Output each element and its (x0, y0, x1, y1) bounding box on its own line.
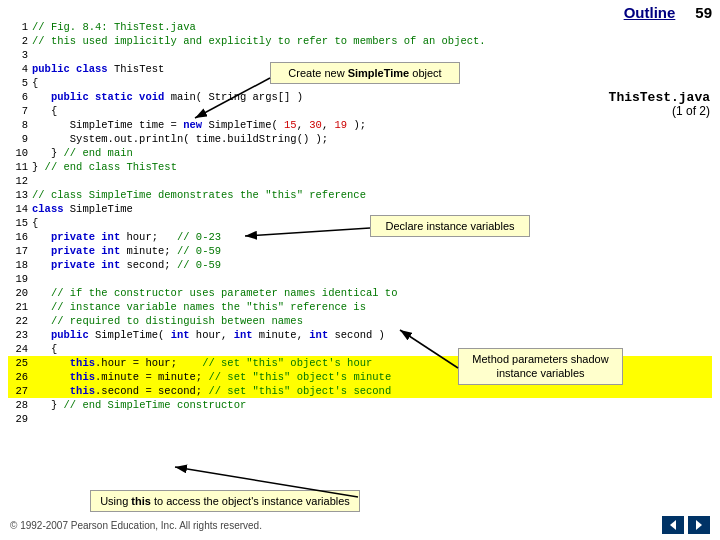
code-line-7: 7 { (8, 104, 712, 118)
code-line-12: 12 (8, 174, 712, 188)
code-line-18: 18 private int second; // 0-59 (8, 258, 712, 272)
code-line-8: 8 SimpleTime time = new SimpleTime( 15, … (8, 118, 712, 132)
code-line-13: 13 // class SimpleTime demonstrates the … (8, 188, 712, 202)
header: Outline 59 (624, 4, 712, 21)
code-line-14: 14 class SimpleTime (8, 202, 712, 216)
callout-shadow-vars: Method parameters shadowinstance variabl… (458, 348, 623, 385)
code-line-27: 27 this.second = second; // set "this" o… (8, 384, 712, 398)
code-area: 1 // Fig. 8.4: ThisTest.java 2 // this u… (8, 20, 712, 510)
callout-using-this: Using this to access the object's instan… (90, 490, 360, 512)
code-line-11: 11 } // end class ThisTest (8, 160, 712, 174)
code-line-2: 2 // this used implicitly and explicitly… (8, 34, 712, 48)
callout-declare-vars: Declare instance variables (370, 215, 530, 237)
code-line-21: 21 // instance variable names the "this"… (8, 300, 712, 314)
code-line-29: 29 (8, 412, 712, 426)
nav-buttons (662, 516, 710, 534)
svg-marker-6 (696, 520, 702, 530)
code-line-20: 20 // if the constructor uses parameter … (8, 286, 712, 300)
nav-forward-button[interactable] (688, 516, 710, 534)
code-line-16: 16 private int hour; // 0-23 (8, 230, 712, 244)
footer: © 1992-2007 Pearson Education, Inc. All … (0, 516, 720, 534)
code-line-10: 10 } // end main (8, 146, 712, 160)
code-line-28: 28 } // end SimpleTime constructor (8, 398, 712, 412)
outline-link[interactable]: Outline (624, 4, 676, 21)
page-number: 59 (695, 4, 712, 21)
copyright: © 1992-2007 Pearson Education, Inc. All … (10, 520, 262, 531)
callout-create-object: Create new SimpleTime object (270, 62, 460, 84)
svg-marker-5 (670, 520, 676, 530)
code-line-9: 9 System.out.println( time.buildString()… (8, 132, 712, 146)
code-line-1: 1 // Fig. 8.4: ThisTest.java (8, 20, 712, 34)
code-line-17: 17 private int minute; // 0-59 (8, 244, 712, 258)
code-line-3: 3 (8, 48, 712, 62)
code-line-15: 15 { (8, 216, 712, 230)
code-line-22: 22 // required to distinguish between na… (8, 314, 712, 328)
code-line-23: 23 public SimpleTime( int hour, int minu… (8, 328, 712, 342)
nav-back-button[interactable] (662, 516, 684, 534)
code-line-6: 6 public static void main( String args[]… (8, 90, 712, 104)
code-line-19: 19 (8, 272, 712, 286)
slide: Outline 59 ThisTest.java (1 of 2) 1 // F… (0, 0, 720, 540)
